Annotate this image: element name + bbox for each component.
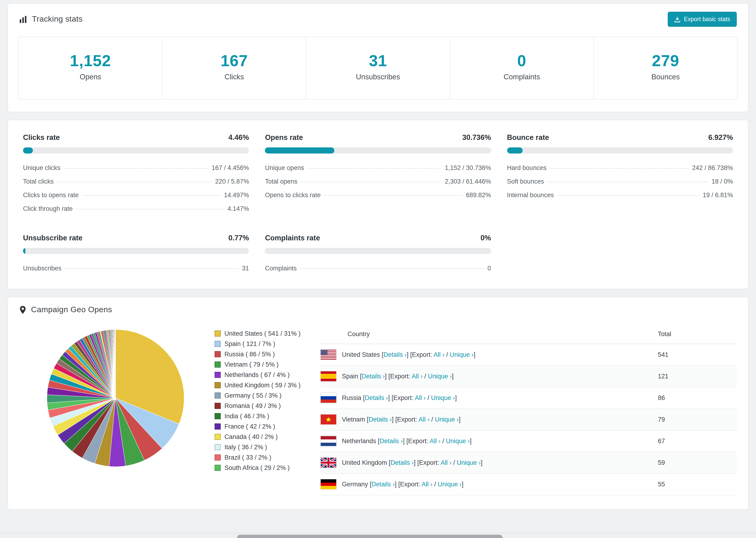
stat-value: 279 [594,53,737,69]
export-unique-link[interactable]: Unique › [450,351,473,358]
geo-table-body: United States [Details ›] [Export: All ›… [320,344,737,495]
country-total: 121 [658,365,737,387]
stat-label: Bounces [594,73,737,81]
export-all-link[interactable]: All › [441,459,452,466]
tracking-stats-card: Tracking stats Export basic stats 1,152 … [8,3,748,112]
legend-item[interactable]: Brazil ( 33 / 2% ) [215,454,300,461]
country-total: 55 [658,473,737,495]
country-column-header: Country [320,324,658,344]
legend-swatch [215,465,221,471]
legend-item[interactable]: Germany ( 55 / 3% ) [215,392,300,399]
rate-row-value: 242 / 86.738% [692,164,733,171]
legend-label: Brazil ( 33 / 2% ) [225,454,271,461]
rate-row-value: 167 / 4.456% [212,164,249,171]
rate-detail-row: Opens to clicks rate 689.82% [265,191,491,198]
export-unique-link[interactable]: Unique › [446,438,470,445]
rate-detail-rows: Hard bounces 242 / 86.738% Soft bounces … [507,164,733,198]
details-link[interactable]: Details › [380,438,403,445]
export-all-link[interactable]: All › [415,394,426,402]
legend-item[interactable]: Netherlands ( 67 / 4% ) [215,371,300,378]
rate-row-label: Hard bounces [507,164,546,171]
export-unique-link[interactable]: Unique › [431,394,455,402]
legend-label: Netherlands ( 67 / 4% ) [225,371,290,378]
stat-box: 31 Unsubscribes [306,37,450,99]
dotted-leader [82,195,221,196]
rate-panel: Clicks rate 4.46% Unique clicks 167 / 4.… [23,133,249,212]
geo-header: Campaign Geo Opens [8,297,748,323]
legend-item[interactable]: Spain ( 121 / 7% ) [215,340,300,348]
rate-row-label: Opens to clicks rate [265,191,321,198]
export-unique-link[interactable]: Unique › [457,459,481,466]
rate-row-value: 1,152 / 30.736% [445,164,491,171]
legend-item[interactable]: South Africa ( 29 / 2% ) [215,464,300,471]
rate-row-label: Click through rate [23,205,73,212]
legend-item[interactable]: India ( 46 / 3% ) [215,413,300,420]
country-total: 67 [658,430,737,452]
details-link[interactable]: Details › [371,481,395,488]
country-cell-text: Spain [Details ›] [Export: All › / Uniqu… [342,373,454,380]
rate-percentage: 0% [481,234,491,242]
legend-item[interactable]: Italy ( 36 / 2% ) [215,444,300,451]
dotted-leader [324,195,463,196]
rate-progress-bar [265,147,491,153]
export-all-link[interactable]: All › [433,351,445,358]
rate-percentage: 6.927% [708,133,733,142]
legend-swatch [215,455,221,460]
rate-percentage: 4.46% [229,133,249,142]
export-unique-link[interactable]: Unique › [438,481,461,488]
legend-item[interactable]: France ( 42 / 2% ) [215,423,300,430]
rate-detail-row: Unsubscribes 31 [23,265,249,272]
rate-title: Complaints rate [265,234,320,242]
legend-item[interactable]: Russia ( 86 / 5% ) [215,351,300,358]
details-link[interactable]: Details › [369,416,392,423]
rate-row-value: 220 / 5.87% [215,178,249,185]
horizontal-scrollbar-thumb[interactable] [237,535,503,538]
stat-value: 0 [450,53,593,69]
legend-swatch [215,361,221,368]
export-all-link[interactable]: All › [430,438,441,445]
country-name: United States [342,351,380,358]
export-basic-stats-button[interactable]: Export basic stats [668,12,737,27]
export-all-link[interactable]: All › [421,481,432,488]
rate-row-label: Soft bounces [507,178,544,185]
legend-item[interactable]: Romania ( 49 / 3% ) [215,402,300,409]
legend-item[interactable]: Canada ( 40 / 2% ) [215,433,300,440]
rate-row-label: Unique opens [265,164,304,171]
details-link[interactable]: Details › [365,394,388,402]
legend-item[interactable]: United States ( 541 / 31% ) [215,330,300,337]
table-row: Netherlands [Details ›] [Export: All › /… [320,430,737,452]
country-cell-text: Netherlands [Details ›] [Export: All › /… [342,438,471,445]
details-link[interactable]: Details › [383,351,406,358]
rate-row-label: Internal bounces [507,191,554,198]
geo-table-header-row: Country Total [320,324,737,344]
rate-detail-row: Internal bounces 19 / 6.81% [507,191,733,198]
total-column-header: Total [658,324,737,344]
stat-box: 167 Clicks [162,37,306,99]
legend-label: Romania ( 49 / 3% ) [225,402,281,409]
rate-detail-rows: Unique opens 1,152 / 30.736% Total opens… [265,164,491,198]
rate-detail-row: Complaints 0 [265,265,491,272]
rate-percentage: 0.77% [229,234,249,242]
legend-item[interactable]: Vietnam ( 79 / 5% ) [215,361,300,368]
details-link[interactable]: Details › [391,459,414,466]
details-link[interactable]: Details › [361,373,385,380]
export-unique-link[interactable]: Unique › [435,416,459,423]
legend-label: Italy ( 36 / 2% ) [225,444,267,451]
country-name: United Kingdom [342,459,387,466]
legend-item[interactable]: United Kingdom ( 59 / 3% ) [215,382,300,389]
legend-label: Vietnam ( 79 / 5% ) [225,361,279,368]
country-cell-text: Russia [Details ›] [Export: All › / Uniq… [342,394,457,402]
horizontal-scrollbar-track[interactable] [0,533,756,538]
rate-panel: Bounce rate 6.927% Hard bounces 242 / 86… [507,133,733,212]
stat-box: 0 Complaints [450,37,593,99]
legend-swatch [215,444,221,450]
country-name: Germany [342,481,368,488]
country-flag-icon [320,393,337,403]
stat-label: Opens [19,73,162,81]
stat-label: Clicks [162,73,306,81]
export-unique-link[interactable]: Unique › [428,373,452,380]
rate-row-label: Unique clicks [23,164,60,171]
geo-pie-chart[interactable] [45,328,186,470]
export-all-link[interactable]: All › [419,416,430,423]
export-all-link[interactable]: All › [411,373,423,380]
